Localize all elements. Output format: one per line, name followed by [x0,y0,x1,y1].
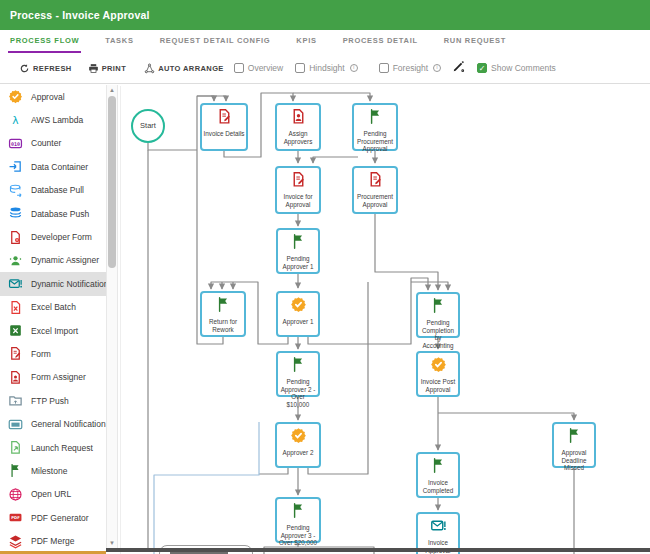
sidebar-item-data-container[interactable]: Data Container [0,155,106,178]
milestone-icon [8,463,23,478]
node-palette-sidebar: ApprovalλAWS Lambda010CounterData Contai… [0,85,106,554]
sidebar-bottom-scrollbar[interactable] [0,551,106,554]
sidebar-item-milestone[interactable]: Milestone [0,459,106,482]
refresh-icon [19,63,30,74]
database-pull-icon [8,183,23,198]
node-procurement-approval[interactable]: Procurement Approval [352,166,398,214]
node-pending-procurement-approval[interactable]: Pending Procurement Approval [352,103,398,151]
canvas-horizontal-scrollbar[interactable] [106,548,650,552]
sidebar-item-database-pull[interactable]: Database Pull [0,179,106,202]
node-invoice-post-approval[interactable]: Invoice Post Approval [416,351,460,397]
sidebar-item-counter[interactable]: 010Counter [0,132,106,155]
node-label: Approver 2 [282,449,315,457]
tab-request-detail-config[interactable]: REQUEST DETAIL CONFIG [158,30,273,53]
excel-import-icon [8,323,23,338]
sidebar-item-launch-request[interactable]: Launch Request [0,436,106,459]
node-pending-approver-1[interactable]: Pending Approver 1 [276,228,320,274]
database-push-icon [8,206,23,221]
approval-badge-icon [290,427,307,448]
sidebar-item-developer-form[interactable]: Developer Form [0,225,106,248]
foresight-toggle[interactable]: Foresighti [379,63,441,73]
scroll-up-icon[interactable]: ▲ [107,85,117,95]
page-title: Process - Invoice Approval [10,0,150,30]
dynamic-notification-icon [8,276,23,291]
flow-canvas[interactable]: StartInvoice DetailsAssign ApproversPend… [120,86,650,554]
tab-process-flow[interactable]: PROCESS FLOW [8,30,81,53]
node-label: Invoice Post Approval [418,378,458,393]
node-invoice-for-approval[interactable]: Invoice for Approval [275,166,321,214]
milestone-icon [566,427,583,448]
sidebar-item-pdf-generator[interactable]: PDFPDF Generator [0,506,106,529]
auto-arrange-button[interactable]: AUTO ARRANGE [144,63,224,74]
dynamic-assigner-icon [8,253,23,268]
toolbar-toggles: OverviewHindsightiForesighti [224,63,441,73]
sidebar-item-form[interactable]: Form [0,342,106,365]
scrollbar-thumb[interactable] [108,96,116,268]
node-approver-2[interactable]: Approver 2 [275,422,321,468]
sidebar-item-dynamic-notification[interactable]: Dynamic Notification [0,272,106,295]
sidebar-item-ftp-push[interactable]: FTP Push [0,389,106,412]
sidebar-item-approval[interactable]: Approval [0,85,106,108]
svg-text:010: 010 [11,141,20,147]
milestone-icon [430,297,447,318]
overview-toggle[interactable]: Overview [234,63,283,73]
approval-badge-icon [290,296,307,317]
sidebar-item-open-url[interactable]: Open URL [0,483,106,506]
open-url-icon [8,487,23,502]
sidebar-scrollbar[interactable]: ▲ ▼ [106,85,118,548]
node-start[interactable]: Start [131,109,165,143]
node-invoice-completed[interactable]: Invoice Completed [416,452,460,498]
node-approver-1[interactable]: Approver 1 [276,291,320,337]
node-invoice-details[interactable]: Invoice Details [200,103,248,151]
annotate-pen-button[interactable] [452,59,465,77]
scroll-down-icon[interactable]: ▼ [107,538,117,548]
tab-run-request[interactable]: RUN REQUEST [442,30,508,53]
print-button[interactable]: PRINT [88,63,127,74]
node-assign-approvers[interactable]: Assign Approvers [275,103,321,151]
node-label: Invoice Approval Notification [418,539,458,554]
refresh-button[interactable]: REFRESH [19,63,72,74]
hindsight-toggle[interactable]: Hindsighti [295,63,357,73]
general-notification-icon [8,417,23,432]
launch-request-icon [8,440,23,455]
auto-arrange-icon [144,63,155,74]
milestone-icon [290,356,307,377]
foresight-checkbox[interactable] [379,63,389,73]
sidebar-item-pdf-merge[interactable]: PDF Merge [0,529,106,552]
node-pending-completion-by-accounting[interactable]: Pending Completion by Accounting [416,292,460,338]
node-label: Invoice Details [203,130,246,138]
form-icon [290,171,307,192]
form-icon [8,346,23,361]
node-label: Invoice for Approval [277,193,319,208]
overview-checkbox[interactable] [234,63,244,73]
sidebar-item-database-push[interactable]: Database Push [0,202,106,225]
milestone-icon [367,108,384,129]
node-label: Approver 1 [282,318,315,326]
sidebar-item-form-assigner[interactable]: Form Assigner [0,366,106,389]
sidebar-item-excel-import[interactable]: Excel Import [0,319,106,342]
sidebar-item-excel-batch[interactable]: Excel Batch [0,296,106,319]
sidebar-item-dynamic-assigner[interactable]: Dynamic Assigner [0,249,106,272]
show-comments-checkbox[interactable]: ✓ [477,63,487,73]
hindsight-checkbox[interactable] [295,63,305,73]
pdf-generator-icon: PDF [8,510,23,525]
node-label: Invoice Completed [418,479,458,494]
node-return-for-rework[interactable]: Return for Rework [200,291,246,337]
show-comments-toggle[interactable]: ✓ Show Comments [477,63,556,73]
toolbar-divider [0,83,650,84]
node-approval-deadline-missed[interactable]: Approval Deadline Missed [552,422,596,468]
sidebar-item-general-notification[interactable]: General Notification [0,412,106,435]
node-pending-approver-3-over-20-000[interactable]: Pending Approver 3 - Over $20,000 [275,497,321,543]
form-assigner-icon [290,108,307,129]
node-pending-approver-2-over-10-000[interactable]: Pending Approver 2 - Over $10,000 [276,351,320,397]
form-assigner-icon [8,370,23,385]
tab-process-detail[interactable]: PROCESS DETAIL [341,30,420,53]
svg-text:λ: λ [12,114,18,127]
title-bar: Process - Invoice Approval [0,0,650,30]
toolbar: REFRESH PRINT AUTO ARRANGE OverviewHinds… [0,53,650,83]
form-icon [216,108,233,129]
tab-kpis[interactable]: KPIS [294,30,318,53]
tab-tasks[interactable]: TASKS [103,30,135,53]
approval-badge-icon [430,356,447,377]
sidebar-item-aws-lambda[interactable]: λAWS Lambda [0,108,106,131]
